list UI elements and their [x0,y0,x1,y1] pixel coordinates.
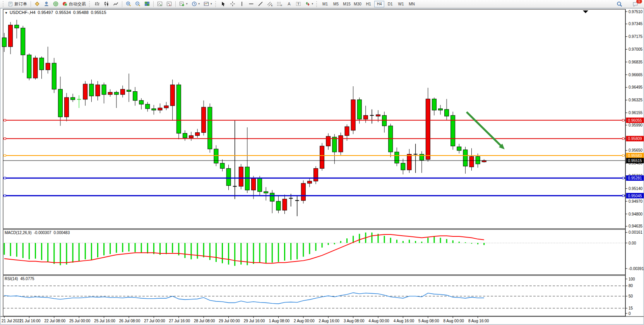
new-order-button[interactable]: 新订单 [7,0,29,8]
price-tick-label: 0.96155 [629,111,643,115]
auto-scroll-button[interactable] [156,0,164,8]
price-tick-label: 0.96835 [629,60,643,64]
line-handle[interactable] [622,177,624,179]
equidistant-channel-button[interactable]: E [265,0,274,8]
zoom-in-button[interactable] [124,0,133,8]
time-tick-label: 29 Jul 16:00 [244,319,265,323]
cursor-button[interactable] [219,0,228,8]
time-tick-label: 21 Jul 16:00 [19,319,41,323]
time-tick-label: 8 Aug 00:00 [444,319,464,323]
search-button[interactable] [615,0,624,8]
line-handle[interactable] [4,138,6,140]
timeframe-m30-button[interactable]: M30 [353,1,363,7]
timeframe-m15-button[interactable]: M15 [342,1,352,7]
price-tick-label: 0.94635 [629,224,643,228]
bearish-candle [445,109,449,116]
timeframe-h1-button[interactable]: H1 [363,1,373,7]
auto-scroll-icon [157,1,163,7]
bullish-candle [195,133,200,136]
bullish-candle [96,85,100,96]
price-tick-label: 0.94970 [629,199,643,204]
fibonacci-button[interactable]: F [275,0,284,8]
bearish-candle [332,137,337,152]
bearish-candle [27,55,31,78]
chart-shift-icon [166,1,172,7]
chart-title: ▼USDCHF-,H40.954970.955340.954880.95515 [5,10,106,15]
timeframe-m1-button[interactable]: M1 [320,1,330,7]
line-chart-button[interactable] [111,0,120,8]
signals-icon [53,1,58,7]
crosshair-icon [230,1,235,7]
bar-chart-button[interactable] [93,0,101,8]
macd-main-value: -0.000307 [34,231,51,235]
timeframe-d1-button[interactable]: D1 [385,1,395,7]
line-handle[interactable] [622,195,624,197]
price-tick-label: 0.96495 [629,85,643,89]
time-tick-label: 4 Aug 00:00 [368,319,389,323]
toolbar-separator [153,1,154,7]
timeframe-h4-button[interactable]: H4 [374,1,384,7]
line-handle[interactable] [4,119,6,121]
price-tick-label: 0.95140 [629,186,643,191]
tile-windows-button[interactable] [143,0,151,8]
text-label-button[interactable]: T [294,0,303,8]
svg-text:0.95809: 0.95809 [628,137,642,141]
candlestick-chart-button[interactable] [102,0,111,8]
bullish-candle [482,161,486,162]
equidistant-channel-icon: E [267,1,273,7]
timeframe-w1-button[interactable]: W1 [396,1,406,7]
vertical-line-button[interactable] [238,0,246,8]
crosshair-button[interactable] [228,0,237,8]
signals-button[interactable] [51,0,60,8]
community-button[interactable] [42,0,51,8]
bullish-candle [307,181,312,183]
macd-panel[interactable] [3,229,625,275]
indicators-add-button[interactable]: ▾ [178,0,189,8]
templates-button[interactable]: ▾ [202,0,214,8]
rsi-panel[interactable] [3,275,625,316]
fibonacci-icon: F [277,1,283,7]
price-badge-0.95045: 0.95045 [626,193,644,198]
bearish-candle [220,163,224,169]
macd-signal-value: 0.000483 [54,231,70,235]
timeframe-mn-button[interactable]: MN [407,1,417,7]
time-tick-label: 29 Jul 00:00 [219,319,240,323]
text-button[interactable]: A [285,0,293,8]
macd-axis-label: 0.00 [629,241,636,245]
price-tick-label: 0.94800 [629,212,643,216]
bearish-candle [270,193,274,201]
timeframe-m5-button[interactable]: M5 [331,1,341,7]
bar-chart-icon [94,1,100,7]
horizontal-line-button[interactable] [247,0,255,8]
line-handle[interactable] [4,195,6,197]
ohlc-high: 0.95534 [55,10,71,15]
bullish-candle [320,146,324,168]
zoom-out-button[interactable] [134,0,142,8]
bearish-candle [58,89,62,117]
line-handle[interactable] [622,154,624,156]
time-tick-label: 25 Jul 00:00 [69,319,91,323]
trading-chart[interactable]: 0.975100.973450.971750.970050.968350.966… [0,8,644,325]
rsi-axis-label: 15 [629,306,633,310]
chart-dropdown-icon[interactable]: ▼ [5,11,8,15]
gold-seal-button[interactable] [33,0,41,8]
trendline-icon [258,1,263,7]
periods-button[interactable]: ▾ [190,0,202,8]
arrows-button[interactable]: ▾ [303,0,315,8]
time-tick-label: 8 Aug 16:00 [468,319,489,323]
notifications-button[interactable]: 1 [631,0,640,8]
rsi-value: 45.0775 [20,277,34,281]
line-handle[interactable] [622,138,624,140]
time-tick-label: 28 Jul 08:00 [194,319,215,323]
macd-name: MACD(12,26,9) [5,231,31,235]
trendline-button[interactable] [256,0,265,8]
chart-shift-button[interactable] [165,0,173,8]
toolbar-separator [175,1,176,7]
autotrade-button[interactable]: 自动交易 [61,0,87,8]
bullish-candle [283,199,287,210]
rsi-axis-label: 80 [629,284,633,288]
line-handle[interactable] [4,154,6,156]
line-handle[interactable] [4,177,6,179]
bullish-candle [363,115,368,119]
line-handle[interactable] [622,119,624,121]
